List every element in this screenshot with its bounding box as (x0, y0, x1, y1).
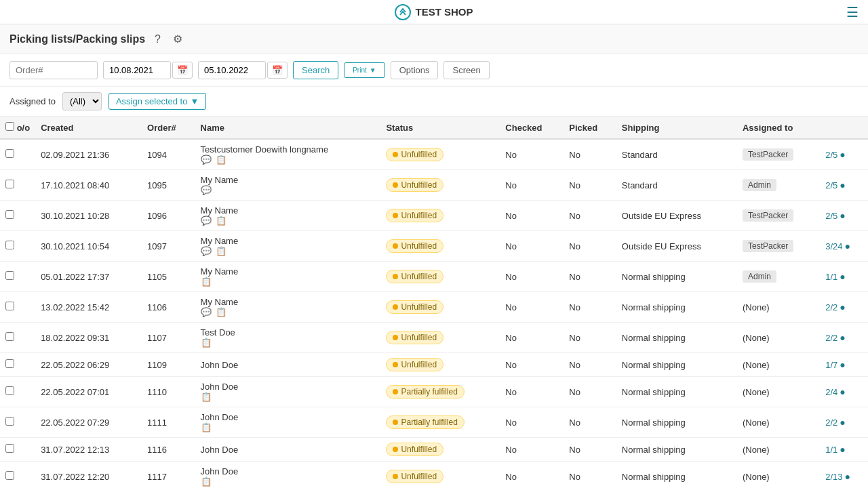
copy-icon[interactable]: 📋 (201, 476, 212, 487)
copy-icon[interactable]: 📋 (201, 422, 212, 432)
search-button[interactable]: Search (293, 61, 338, 79)
assigned-to-select[interactable]: (All) (62, 92, 102, 110)
row-actions: 📋 (201, 338, 376, 348)
row-status: Unfulfilled (380, 170, 500, 201)
table-row: 30.10.2021 10:54 1097 My Name 💬📋 Unfulfi… (0, 231, 868, 262)
row-name: John Doe 📋 (195, 462, 381, 489)
screen-button[interactable]: Screen (443, 61, 489, 79)
row-picked: No (564, 201, 616, 231)
count-link[interactable]: 2/5 ● (825, 210, 863, 221)
row-checkbox-cell (0, 139, 35, 170)
row-order: 1117 (142, 462, 195, 489)
row-name-text: My Name (201, 297, 239, 307)
filter-bar: 📅 📅 Search Print ▼ Options Screen (0, 54, 868, 87)
count-link[interactable]: 2/2 ● (825, 302, 863, 312)
row-actions: 💬📋 (201, 246, 376, 256)
count-link[interactable]: 2/4 ● (825, 386, 863, 397)
row-status: Unfulfilled (380, 262, 500, 292)
count-link[interactable]: 2/5 ● (825, 180, 863, 190)
date-from-calendar[interactable]: 📅 (172, 62, 193, 79)
table-row: 18.02.2022 09:31 1107 Test Doe 📋 Unfulfi… (0, 323, 868, 353)
row-checkbox[interactable] (5, 149, 14, 158)
count-link[interactable]: 1/1 ● (825, 271, 863, 282)
row-checkbox[interactable] (5, 332, 14, 341)
row-name-text: John Doe (201, 360, 239, 370)
row-checkbox[interactable] (5, 359, 14, 368)
row-picked: No (564, 462, 616, 489)
status-badge: Unfulfilled (386, 178, 443, 192)
row-checkbox[interactable] (5, 302, 14, 310)
row-checkbox[interactable] (5, 241, 14, 249)
help-button[interactable]: ? (152, 32, 163, 47)
row-shipping: Standard (616, 170, 737, 201)
count-link[interactable]: 2/2 ● (825, 332, 863, 343)
row-created: 30.10.2021 10:28 (35, 201, 142, 231)
copy-icon[interactable]: 📋 (201, 392, 212, 402)
copy-icon[interactable]: 📋 (201, 277, 212, 287)
row-status: Unfulfilled (380, 323, 500, 353)
badge-dot-icon (393, 474, 398, 479)
select-all-checkbox[interactable] (5, 122, 14, 131)
print-button[interactable]: Print ▼ (344, 62, 384, 78)
hamburger-menu[interactable]: ☰ (846, 4, 859, 20)
row-checked: No (500, 323, 564, 353)
count-link[interactable]: 1/1 ● (825, 444, 863, 455)
date-from-input[interactable] (103, 61, 171, 79)
message-icon[interactable]: 💬 (201, 216, 212, 226)
row-checkbox[interactable] (5, 210, 14, 219)
message-icon[interactable]: 💬 (201, 185, 212, 195)
row-status: Partially fulfilled (380, 407, 500, 438)
count-link[interactable]: 2/5 ● (825, 149, 863, 160)
col-created: Created (35, 117, 142, 139)
row-checkbox[interactable] (5, 180, 14, 188)
date-to-input[interactable] (198, 61, 266, 79)
row-name-text: John Doe (201, 466, 239, 476)
col-shipping: Shipping (616, 117, 737, 139)
col-checked: Checked (500, 117, 564, 139)
info-icon: ● (840, 444, 845, 455)
copy-icon[interactable]: 📋 (216, 155, 226, 165)
table-row: 22.05.2022 07:29 1111 John Doe 📋 Partial… (0, 407, 868, 438)
table-row: 22.05.2022 06:29 1109 John Doe Unfulfill… (0, 353, 868, 377)
row-checkbox[interactable] (5, 444, 14, 453)
message-icon[interactable]: 💬 (201, 155, 212, 165)
row-checkbox[interactable] (5, 271, 14, 280)
app-logo: TEST SHOP (395, 4, 473, 20)
count-link[interactable]: 2/2 ● (825, 417, 863, 428)
row-checkbox[interactable] (5, 417, 14, 426)
copy-icon[interactable]: 📋 (216, 246, 226, 256)
row-checkbox[interactable] (5, 471, 14, 480)
row-name: John Doe 📋 (195, 377, 381, 407)
row-assigned: (None) (737, 407, 820, 438)
copy-icon[interactable]: 📋 (201, 338, 212, 348)
row-assigned: (None) (737, 323, 820, 353)
copy-icon[interactable]: 📋 (216, 216, 226, 226)
row-assigned: (None) (737, 377, 820, 407)
count-link[interactable]: 1/7 ● (825, 359, 863, 370)
info-icon: ● (840, 417, 845, 428)
order-search-input[interactable] (9, 61, 98, 79)
row-picked: No (564, 231, 616, 262)
row-name: My Name 📋 (195, 262, 381, 292)
row-actions: 📋 (201, 392, 376, 402)
row-order: 1116 (142, 438, 195, 462)
row-assigned: (None) (737, 462, 820, 489)
message-icon[interactable]: 💬 (201, 246, 212, 256)
row-picked: No (564, 292, 616, 323)
row-checkbox[interactable] (5, 386, 14, 395)
count-link[interactable]: 2/13 ● (825, 471, 863, 482)
date-to-calendar[interactable]: 📅 (267, 62, 288, 79)
assign-selected-button[interactable]: Assign selected to ▼ (108, 93, 206, 110)
row-created: 22.05.2022 06:29 (35, 353, 142, 377)
badge-dot-icon (393, 213, 398, 218)
badge-dot-icon (393, 389, 398, 394)
copy-icon[interactable]: 📋 (216, 307, 226, 317)
info-icon: ● (840, 302, 845, 312)
settings-button[interactable]: ⚙ (170, 31, 185, 47)
options-button[interactable]: Options (391, 61, 439, 79)
col-count (820, 117, 868, 139)
count-link[interactable]: 3/24 ● (825, 241, 863, 251)
message-icon[interactable]: 💬 (201, 307, 212, 317)
assigned-none: (None) (743, 360, 770, 370)
row-count: 1/1 ● (820, 262, 868, 292)
